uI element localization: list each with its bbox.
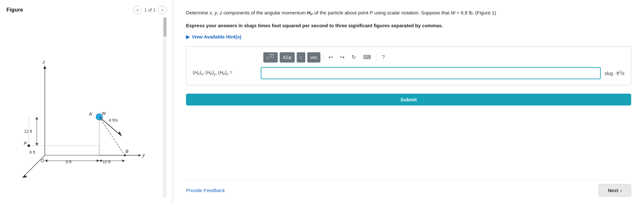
svg-text:10 ft: 10 ft [102,159,111,164]
help-icon: ? [382,54,385,61]
redo-icon: ↪ [340,54,344,61]
scrollbar-thumb[interactable] [164,17,166,37]
svg-text:8 ft: 8 ft [66,159,72,164]
svg-marker-2 [139,154,141,156]
refresh-button[interactable]: ↻ [349,52,359,63]
svg-marker-29 [36,117,38,119]
symbol-button[interactable]: ΑΣφ [280,52,295,63]
figure-header: Figure < 1 of 1 > [6,6,166,14]
figure-diagram: y z O P [6,17,166,197]
scrollbar[interactable] [163,17,166,197]
figure-prev-button[interactable]: < [133,6,142,14]
refresh-icon: ↻ [352,54,356,61]
problem-text: Determine x, y, z components of the angu… [186,9,631,17]
arrows-icon: ↕ [300,55,302,60]
fraction-button[interactable]: □√□ [263,52,278,63]
answer-row: (HP)x, (HP)y, (HP)z = slug · ft2/s [193,67,624,79]
svg-marker-26 [99,159,102,162]
hint-toggle[interactable]: ▶ View Available Hint(s) [186,34,631,40]
bottom-bar: Provide Feedback Next › [186,181,631,197]
svg-text:O: O [41,158,44,163]
symbol-icon: ΑΣφ [283,55,292,60]
answer-input[interactable] [261,67,601,79]
provide-feedback-link[interactable]: Provide Feedback [186,188,225,193]
right-panel: Determine x, y, z components of the angu… [173,0,644,203]
svg-marker-6 [43,66,47,69]
figure-nav: < 1 of 1 > [133,6,166,14]
figure-title: Figure [6,7,23,13]
figure-next-button[interactable]: > [158,6,166,14]
svg-text:B: B [125,149,128,154]
svg-text:8 ft: 8 ft [30,150,35,155]
svg-marker-27 [122,159,125,162]
vec-button[interactable]: vec [307,52,321,63]
svg-text:z: z [42,59,45,64]
answer-label: (HP)x, (HP)y, (HP)z = [193,70,257,76]
submit-button[interactable]: Submit [186,94,631,106]
undo-button[interactable]: ↩ [326,52,335,63]
problem-bold-text: Express your answers in slugs times foot… [186,22,631,29]
help-button[interactable]: ? [379,52,387,63]
left-panel: Figure < 1 of 1 > y z O [0,0,173,203]
keyboard-button[interactable]: ⌨ [360,52,374,63]
svg-marker-23 [45,159,47,162]
next-arrow-icon: › [620,188,622,193]
vec-label: vec [310,55,318,60]
toolbar-separator-1 [323,54,323,61]
svg-text:W: W [102,111,106,116]
svg-text:12 ft: 12 ft [24,129,32,134]
next-label: Next [608,188,618,193]
arrows-button[interactable]: ↕ [297,52,305,63]
svg-marker-24 [97,159,99,162]
svg-text:A: A [89,111,92,116]
answer-unit: slug · ft2/s [605,70,624,76]
next-button[interactable]: Next › [598,184,631,197]
undo-icon: ↩ [328,54,333,61]
hint-arrow-icon: ▶ [186,34,190,40]
redo-button[interactable]: ↪ [337,52,347,63]
svg-text:y: y [142,152,145,157]
math-toolbar: □√□ ΑΣφ ↕ vec ↩ ↪ ↻ ⌨ [193,52,624,63]
fraction-icon: □√□ [267,54,275,60]
svg-marker-30 [36,143,38,146]
svg-text:4 ft/s: 4 ft/s [109,118,118,123]
figure-area: y z O P [6,17,166,197]
svg-marker-37 [118,131,122,136]
toolbar-separator-2 [376,54,377,61]
figure-nav-label: 1 of 1 [144,7,156,13]
svg-text:P: P [24,141,27,146]
keyboard-icon: ⌨ [363,54,371,61]
hint-label: View Available Hint(s) [192,34,242,39]
answer-container: □√□ ΑΣφ ↕ vec ↩ ↪ ↻ ⌨ [186,46,631,85]
svg-marker-4 [22,175,27,178]
